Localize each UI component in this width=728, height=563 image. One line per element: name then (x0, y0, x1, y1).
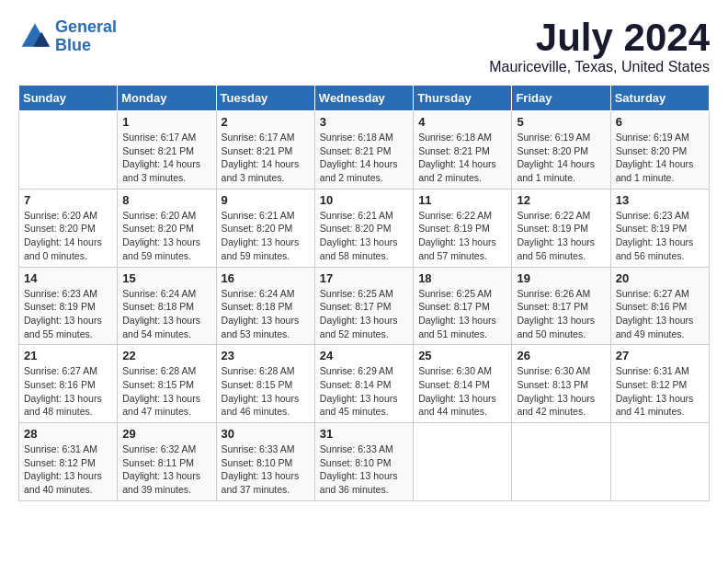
logo-line2: Blue (55, 36, 91, 54)
day-info: Sunrise: 6:20 AM Sunset: 8:20 PM Dayligh… (122, 209, 210, 263)
day-number: 22 (122, 349, 210, 362)
day-info: Sunrise: 6:30 AM Sunset: 8:14 PM Dayligh… (418, 364, 506, 419)
calendar-cell: 12Sunrise: 6:22 AM Sunset: 8:19 PM Dayli… (512, 189, 610, 267)
calendar-cell: 5Sunrise: 6:19 AM Sunset: 8:20 PM Daylig… (512, 111, 610, 190)
calendar-cell: 7Sunrise: 6:20 AM Sunset: 8:20 PM Daylig… (19, 189, 118, 267)
day-number: 11 (418, 193, 506, 207)
day-number: 9 (222, 193, 310, 207)
day-number: 17 (320, 271, 408, 285)
logo: General Blue (18, 18, 117, 55)
calendar-cell (610, 423, 709, 501)
logo-icon (18, 20, 51, 53)
calendar-cell: 24Sunrise: 6:29 AM Sunset: 8:14 PM Dayli… (314, 345, 413, 423)
day-number: 18 (418, 271, 506, 285)
day-number: 28 (24, 427, 112, 441)
calendar-week-5: 28Sunrise: 6:31 AM Sunset: 8:12 PM Dayli… (19, 423, 710, 501)
day-number: 12 (517, 193, 605, 207)
day-info: Sunrise: 6:33 AM Sunset: 8:10 PM Dayligh… (222, 442, 310, 497)
day-info: Sunrise: 6:22 AM Sunset: 8:19 PM Dayligh… (517, 209, 605, 263)
calendar-week-1: 1Sunrise: 6:17 AM Sunset: 8:21 PM Daylig… (19, 111, 710, 190)
day-info: Sunrise: 6:21 AM Sunset: 8:20 PM Dayligh… (320, 209, 408, 263)
day-info: Sunrise: 6:19 AM Sunset: 8:20 PM Dayligh… (517, 131, 605, 185)
day-number: 14 (24, 271, 112, 285)
logo-text: General Blue (55, 18, 117, 55)
calendar-header: Sunday Monday Tuesday Wednesday Thursday… (19, 86, 710, 111)
col-wednesday: Wednesday (314, 86, 413, 111)
day-info: Sunrise: 6:26 AM Sunset: 8:17 PM Dayligh… (517, 287, 605, 341)
day-info: Sunrise: 6:17 AM Sunset: 8:21 PM Dayligh… (122, 131, 210, 185)
day-number: 13 (616, 193, 704, 207)
calendar-table: Sunday Monday Tuesday Wednesday Thursday… (18, 85, 710, 501)
calendar-cell (414, 423, 512, 501)
calendar-cell: 11Sunrise: 6:22 AM Sunset: 8:19 PM Dayli… (414, 189, 512, 267)
day-number: 19 (517, 271, 605, 285)
day-info: Sunrise: 6:25 AM Sunset: 8:17 PM Dayligh… (320, 287, 408, 341)
day-number: 31 (320, 427, 408, 441)
calendar-cell: 21Sunrise: 6:27 AM Sunset: 8:16 PM Dayli… (19, 345, 118, 423)
calendar-cell: 31Sunrise: 6:33 AM Sunset: 8:10 PM Dayli… (314, 423, 413, 501)
calendar-cell: 30Sunrise: 6:33 AM Sunset: 8:10 PM Dayli… (216, 423, 314, 501)
page-header: General Blue July 2024 Mauriceville, Tex… (18, 18, 710, 75)
day-number: 26 (517, 349, 605, 362)
day-info: Sunrise: 6:24 AM Sunset: 8:18 PM Dayligh… (122, 287, 210, 341)
day-number: 23 (222, 349, 310, 362)
day-info: Sunrise: 6:23 AM Sunset: 8:19 PM Dayligh… (616, 209, 704, 263)
calendar-cell: 19Sunrise: 6:26 AM Sunset: 8:17 PM Dayli… (512, 267, 610, 345)
calendar-week-2: 7Sunrise: 6:20 AM Sunset: 8:20 PM Daylig… (19, 189, 710, 267)
calendar-cell: 27Sunrise: 6:31 AM Sunset: 8:12 PM Dayli… (610, 345, 709, 423)
day-info: Sunrise: 6:19 AM Sunset: 8:20 PM Dayligh… (616, 131, 704, 185)
day-info: Sunrise: 6:30 AM Sunset: 8:13 PM Dayligh… (517, 364, 605, 419)
calendar-cell (19, 111, 118, 190)
day-info: Sunrise: 6:17 AM Sunset: 8:21 PM Dayligh… (222, 131, 310, 185)
col-monday: Monday (118, 86, 216, 111)
col-sunday: Sunday (19, 86, 118, 111)
day-number: 6 (616, 115, 704, 129)
day-number: 30 (222, 427, 310, 441)
calendar-week-3: 14Sunrise: 6:23 AM Sunset: 8:19 PM Dayli… (19, 267, 710, 345)
calendar-cell: 23Sunrise: 6:28 AM Sunset: 8:15 PM Dayli… (216, 345, 314, 423)
calendar-cell: 3Sunrise: 6:18 AM Sunset: 8:21 PM Daylig… (314, 111, 413, 190)
title-area: July 2024 Mauriceville, Texas, United St… (489, 18, 710, 75)
day-number: 5 (517, 115, 605, 129)
calendar-cell: 8Sunrise: 6:20 AM Sunset: 8:20 PM Daylig… (118, 189, 216, 267)
col-tuesday: Tuesday (216, 86, 314, 111)
day-info: Sunrise: 6:20 AM Sunset: 8:20 PM Dayligh… (24, 209, 112, 263)
day-info: Sunrise: 6:28 AM Sunset: 8:15 PM Dayligh… (222, 364, 310, 419)
logo-line1: General (55, 17, 117, 36)
calendar-cell (512, 423, 610, 501)
day-number: 8 (122, 193, 210, 207)
calendar-cell: 2Sunrise: 6:17 AM Sunset: 8:21 PM Daylig… (216, 111, 314, 190)
location-title: Mauriceville, Texas, United States (489, 59, 710, 75)
day-number: 16 (222, 271, 310, 285)
day-number: 25 (418, 349, 506, 362)
day-number: 2 (222, 115, 310, 129)
day-info: Sunrise: 6:27 AM Sunset: 8:16 PM Dayligh… (616, 287, 704, 341)
calendar-cell: 17Sunrise: 6:25 AM Sunset: 8:17 PM Dayli… (314, 267, 413, 345)
header-row: Sunday Monday Tuesday Wednesday Thursday… (19, 86, 710, 111)
calendar-body: 1Sunrise: 6:17 AM Sunset: 8:21 PM Daylig… (19, 111, 710, 501)
day-number: 15 (122, 271, 210, 285)
day-info: Sunrise: 6:31 AM Sunset: 8:12 PM Dayligh… (24, 442, 112, 497)
calendar-cell: 25Sunrise: 6:30 AM Sunset: 8:14 PM Dayli… (414, 345, 512, 423)
day-info: Sunrise: 6:29 AM Sunset: 8:14 PM Dayligh… (320, 364, 408, 419)
day-number: 29 (122, 427, 210, 441)
day-number: 24 (320, 349, 408, 362)
day-info: Sunrise: 6:18 AM Sunset: 8:21 PM Dayligh… (320, 131, 408, 185)
calendar-cell: 6Sunrise: 6:19 AM Sunset: 8:20 PM Daylig… (610, 111, 709, 190)
day-info: Sunrise: 6:27 AM Sunset: 8:16 PM Dayligh… (24, 364, 112, 419)
month-title: July 2024 (489, 18, 710, 57)
day-number: 10 (320, 193, 408, 207)
day-number: 27 (616, 349, 704, 362)
calendar-cell: 9Sunrise: 6:21 AM Sunset: 8:20 PM Daylig… (216, 189, 314, 267)
day-number: 1 (122, 115, 210, 129)
calendar-cell: 15Sunrise: 6:24 AM Sunset: 8:18 PM Dayli… (118, 267, 216, 345)
day-number: 21 (24, 349, 112, 362)
day-info: Sunrise: 6:21 AM Sunset: 8:20 PM Dayligh… (222, 209, 310, 263)
col-thursday: Thursday (414, 86, 512, 111)
col-saturday: Saturday (610, 86, 709, 111)
day-number: 7 (24, 193, 112, 207)
calendar-cell: 4Sunrise: 6:18 AM Sunset: 8:21 PM Daylig… (414, 111, 512, 190)
calendar-cell: 16Sunrise: 6:24 AM Sunset: 8:18 PM Dayli… (216, 267, 314, 345)
calendar-cell: 28Sunrise: 6:31 AM Sunset: 8:12 PM Dayli… (19, 423, 118, 501)
day-info: Sunrise: 6:28 AM Sunset: 8:15 PM Dayligh… (122, 364, 210, 419)
